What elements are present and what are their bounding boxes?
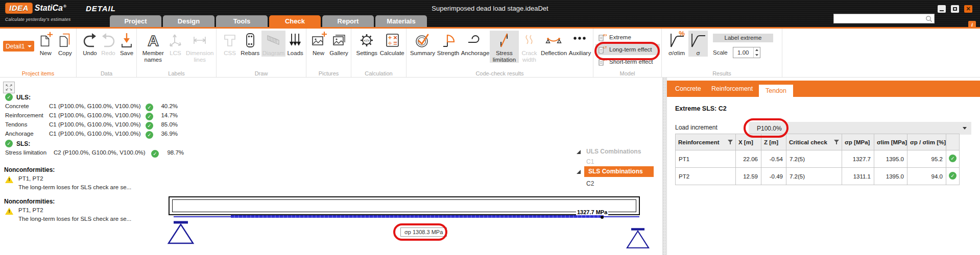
collapse-icon[interactable]	[577, 170, 581, 174]
tree-sls-combinations-selected[interactable]: SLS Combinations	[584, 166, 654, 177]
check-ok-icon	[146, 131, 153, 139]
warning-icon	[5, 208, 13, 215]
label-extreme-toggle[interactable]: Label extreme	[713, 34, 773, 42]
new-picture-button[interactable]: New	[309, 31, 328, 57]
scale-label: Scale	[713, 49, 728, 56]
detail-item-selector[interactable]: Detail1	[3, 41, 34, 52]
button-label: Short-term effect	[609, 59, 653, 65]
filter-icon[interactable]	[834, 140, 839, 144]
rebars-button[interactable]: Rebars	[239, 31, 261, 57]
anchorage-button[interactable]: Anchorage	[461, 31, 490, 57]
gallery-button[interactable]: Gallery	[328, 31, 350, 57]
ribbon-group-label: Project items	[0, 70, 76, 76]
panel-splitter[interactable]	[662, 78, 667, 255]
tab-tools[interactable]: Tools	[216, 15, 268, 27]
button-label: Auxiliary	[569, 50, 591, 57]
undo-button[interactable]: Undo	[81, 31, 99, 57]
scale-spinner[interactable]: 1.00	[733, 47, 760, 58]
search-input[interactable]	[834, 16, 925, 22]
sigma-over-sigmalim-button[interactable]: % σ/σlim	[665, 31, 688, 57]
ribbon-group-label: Results	[662, 70, 782, 76]
table-row-pt1[interactable]: PT1 22.06 -0.54 7.2(5) 1327.7 1395.0 95.…	[676, 150, 960, 168]
member-names-button[interactable]: A Member names	[140, 31, 166, 63]
tagline: Calculate yesterday's estimates	[5, 17, 71, 22]
spinner-up-icon[interactable]	[755, 49, 758, 51]
sls-row-stress-limitation: Stress limitationC2 (P100.0%, G100.0%, V…	[4, 149, 193, 158]
tree-uls-combinations[interactable]: ULS Combinations	[586, 148, 641, 155]
tab-report[interactable]: Report	[322, 15, 374, 27]
button-label: Deflection	[541, 50, 567, 57]
load-increment-dropdown[interactable]: P100.0%	[749, 122, 971, 135]
tab-materials[interactable]: Materials	[375, 15, 427, 27]
button-label: Settings	[356, 50, 377, 57]
button-label: Crack width	[519, 50, 540, 63]
extreme-button[interactable]: EX Extreme	[595, 32, 660, 43]
tab-check[interactable]: Check	[269, 15, 321, 27]
deflection-button[interactable]: Deflection	[540, 31, 568, 57]
table-row-pt2[interactable]: PT2 12.59 -0.49 7.2(5) 1311.1 1395.0 94.…	[676, 168, 960, 185]
auxiliary-button[interactable]: Auxiliary	[568, 31, 592, 57]
col-sigma-lim[interactable]: σlim [MPa]	[874, 134, 907, 150]
col-x[interactable]: X [m]	[736, 134, 761, 150]
tree-item-c1[interactable]: C1	[586, 158, 594, 165]
col-z[interactable]: Z [m]	[761, 134, 786, 150]
button-label: LCS	[170, 50, 181, 57]
search-icon	[925, 15, 933, 22]
tab-tendon[interactable]: Tendon	[759, 85, 793, 97]
long-term-effect-button[interactable]: LT Long-term effect	[595, 44, 660, 55]
maximize-button[interactable]	[951, 5, 959, 13]
new-item-button[interactable]: New	[36, 31, 55, 57]
strength-button[interactable]: Strength	[436, 31, 461, 57]
tab-concrete[interactable]: Concrete	[675, 81, 701, 97]
button-label: Summary	[410, 50, 435, 57]
ribbon-group-label: Pictures	[306, 70, 351, 76]
tab-design[interactable]: Design	[163, 15, 214, 27]
nonconformity-items: PT1, PT2	[18, 175, 43, 182]
nonconformity-detail: The long-term loses for SLS check are se…	[18, 216, 131, 222]
button-label: Gallery	[329, 50, 348, 57]
expand-view-button[interactable]	[3, 82, 15, 93]
minimize-button[interactable]	[938, 5, 946, 13]
save-icon	[117, 31, 136, 50]
sls-label: SLS:	[16, 140, 30, 147]
spinner-down-icon[interactable]	[755, 54, 758, 56]
col-reinforcement[interactable]: Reinforcement	[676, 134, 736, 150]
col-ratio[interactable]: σp / σlim [%]	[907, 134, 946, 150]
filter-icon[interactable]	[728, 140, 733, 144]
svg-text:%: %	[679, 31, 685, 37]
button-label: Undo	[83, 50, 97, 57]
copy-item-button[interactable]: Copy	[55, 31, 75, 57]
close-button[interactable]: ✕	[964, 5, 972, 13]
calculate-button[interactable]: +×÷= Calculate	[379, 31, 405, 57]
summary-check-icon	[414, 31, 432, 50]
col-critical-check[interactable]: Critical check	[786, 134, 842, 150]
spinner-arrows[interactable]	[753, 47, 760, 58]
sigma-button[interactable]: σ	[688, 31, 708, 57]
sigma-ratio-chart-icon: %	[667, 31, 686, 50]
tree-item-c2[interactable]: C2	[586, 180, 594, 187]
main-canvas[interactable]: ULS: ConcreteC1 (P100.0%, G100.0%, V100.…	[0, 78, 662, 255]
short-term-effect-button[interactable]: ST Short-term effect	[595, 56, 660, 67]
document-title: Superimposed dead load stage.ideaDet	[0, 5, 980, 12]
svg-text:÷: ÷	[388, 39, 392, 47]
tab-reinforcement[interactable]: Reinforcement	[711, 81, 753, 97]
button-label: Copy	[58, 50, 72, 57]
deflection-icon	[544, 31, 563, 50]
collapse-icon[interactable]	[577, 150, 581, 154]
nonconformity-detail: The long-term loses for SLS check are se…	[18, 184, 131, 190]
summary-button[interactable]: Summary	[410, 31, 436, 57]
crack-width-icon	[520, 31, 538, 50]
title-bar: IDEA StatiCa® DETAIL Calculate yesterday…	[0, 0, 980, 27]
save-button[interactable]: Save	[117, 31, 136, 57]
diagram-icon	[264, 31, 282, 50]
detail-item-label: Detail1	[6, 43, 25, 50]
loads-button[interactable]: Loads	[285, 31, 305, 57]
extreme-doc-icon: EX	[598, 33, 607, 42]
load-increment-value: P100.0%	[749, 125, 782, 132]
css-button: CSS	[221, 31, 239, 57]
check-ok-icon	[151, 150, 159, 158]
col-sigma-p[interactable]: σp [MPa]	[842, 134, 874, 150]
tab-project[interactable]: Project	[110, 15, 161, 27]
stress-limitation-button[interactable]: Stress limitation	[490, 31, 519, 63]
settings-button[interactable]: </> Settings	[354, 31, 379, 57]
